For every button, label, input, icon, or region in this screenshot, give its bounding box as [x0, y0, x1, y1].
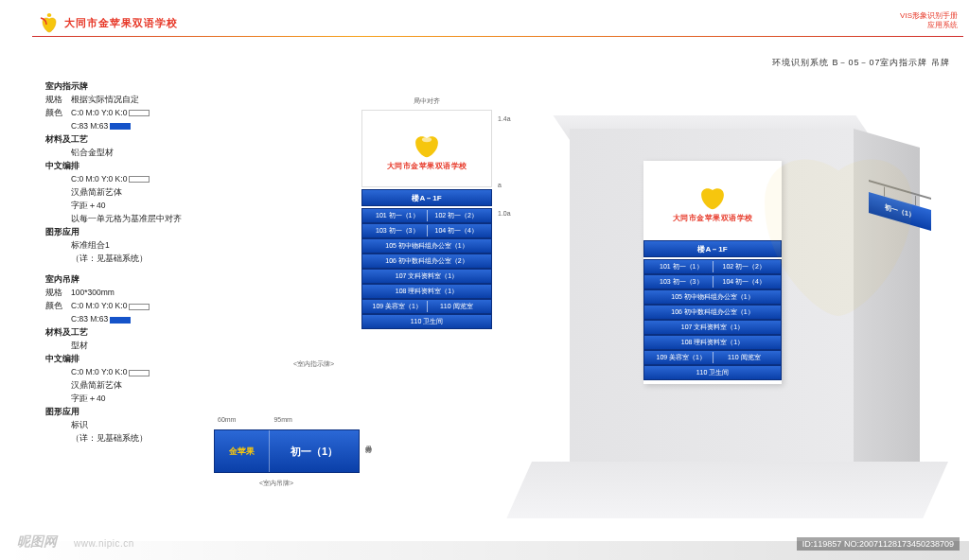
spec1-color: 颜色 C:0 M:0 Y:0 K:0	[45, 106, 263, 119]
spec1-font-name: 汉鼎简新艺体	[45, 185, 263, 199]
spec2-size: 规格 100*300mm	[45, 286, 263, 299]
indoor-hanging-plaque: 金苹果 初一（1）	[214, 429, 360, 473]
footer-url: www.nipic.cn	[74, 538, 134, 549]
manual-title-block: VIS形象识别手册 应用系统	[900, 11, 958, 31]
spec2-font-name: 汉鼎简新艺体	[45, 378, 263, 392]
spec2-font-cmyk: C:0 M:0 Y:0 K:0	[45, 365, 263, 378]
spec1-size: 规格 根据实际情况自定	[45, 93, 263, 106]
wall-sign-header: 大同市金苹果双语学校	[643, 161, 782, 240]
apple-logo-icon	[38, 11, 61, 34]
header-school-name: 大同市金苹果双语学校	[64, 16, 178, 30]
sign-logo-icon	[405, 127, 449, 159]
sign-row: 107 文科资料室（1）	[643, 320, 782, 335]
spec1-app-value: 标准组合1	[45, 238, 263, 252]
indoor-sign: 大同市金苹果双语学校 楼A－1F 101 初一（1）102 初一（2）103 初…	[361, 110, 492, 329]
spec1-title: 室内指示牌	[45, 79, 263, 93]
plaque-logo-cell: 金苹果	[215, 430, 270, 472]
wall-sign-school-name: 大同市金苹果双语学校	[673, 213, 753, 223]
spec1-font-spacing: 字距＋40	[45, 199, 263, 212]
swatch-blue-2	[110, 317, 131, 324]
spec1-align: 以每一单元格为基准层中对齐	[45, 212, 263, 225]
spec2-color2: C:83 M:63	[45, 312, 263, 325]
sign-row: 106 初中数科组办公室（2）	[361, 254, 492, 269]
spec2-title: 室内吊牌	[45, 272, 263, 286]
plaque-apple-text: 金苹果	[229, 446, 255, 458]
sign-row: 110 卫生间	[643, 365, 782, 380]
plaque-annot-below: <室内吊牌>	[259, 479, 293, 488]
sign-annot-top: 局中对齐	[361, 96, 492, 106]
spec1-app-label: 图形应用	[45, 225, 263, 238]
plaque-dim-left: 60mm	[218, 416, 236, 423]
sign-row-split: 109 美容室（1）110 阅览室	[643, 350, 782, 365]
sign-row-split: 101 初一（1）102 初一（2）	[361, 208, 492, 223]
plaque-text-cell: 初一（1）	[270, 430, 359, 472]
sign-rows: 楼A－1F 101 初一（1）102 初一（2）103 初一（3）104 初一（…	[361, 189, 492, 329]
sign-row-split: 103 初一（3）104 初一（4）	[361, 223, 492, 238]
sign-row: 108 理科资料室（1）	[361, 284, 492, 299]
header-logo-block: 大同市金苹果双语学校	[38, 11, 178, 34]
sign-row-split: 101 初一（1）102 初一（2）	[643, 259, 782, 274]
spec1-mat-value: 铝合金型材	[45, 146, 263, 159]
spec2-mat-label: 材料及工艺	[45, 325, 263, 339]
footer-id: ID:119857 NO:20071128173450238709	[797, 537, 960, 551]
swatch-blue	[110, 123, 131, 130]
sign-row: 110 卫生间	[361, 314, 492, 329]
sign-row-split: 103 初一（3）104 初一（4）	[643, 274, 782, 289]
sign-annot-right: 1.4a a 1.0a	[498, 110, 511, 223]
plaque-dim-right: 95mm	[273, 416, 291, 423]
section-title: 环境识别系统 B－05－07室内指示牌 吊牌	[772, 57, 950, 69]
plaque-dims: 60mm 95mm	[218, 416, 292, 423]
sign-row: 105 初中物科组办公室（1）	[643, 289, 782, 305]
room-render: 大同市金苹果双语学校 楼A－1F 101 初一（1）102 初一（2）103 初…	[532, 112, 948, 518]
spec1-font-cmyk: C:0 M:0 Y:0 K:0	[45, 172, 263, 185]
render-floor	[506, 462, 948, 518]
manual-line-2: 应用系统	[900, 21, 958, 30]
sign-row: 107 文科资料室（1）	[361, 269, 492, 284]
wall-mounted-sign: 大同市金苹果双语学校 楼A－1F 101 初一（1）102 初一（2）103 初…	[643, 161, 782, 384]
spec-column: 室内指示牌 规格 根据实际情况自定 颜色 C:0 M:0 Y:0 K:0 C:8…	[45, 79, 263, 445]
header-rule	[32, 36, 963, 37]
footer-brand: 昵图网	[17, 534, 57, 551]
sign-school-name: 大同市金苹果双语学校	[387, 161, 467, 171]
spec2-font-spacing: 字距＋40	[45, 392, 263, 405]
sign-row: 108 理科资料室（1）	[643, 335, 782, 350]
spec1-font-label: 中文编排	[45, 159, 263, 172]
spec1-mat-label: 材料及工艺	[45, 132, 263, 146]
sign-row: 106 初中数科组办公室（1）	[643, 305, 782, 320]
wall-sign-rows: 楼A－1F 101 初一（1）102 初一（2）103 初一（3）104 初一（…	[643, 240, 782, 384]
sign-row: 105 初中物科组办公室（1）	[361, 238, 492, 254]
wall-sign-logo-icon	[691, 179, 734, 211]
sign-row-split: 109 美容室（1）110 阅览室	[361, 299, 492, 314]
render-wall-right	[854, 129, 920, 488]
manual-line-1: VIS形象识别手册	[900, 11, 958, 21]
spec2-mat-value: 型材	[45, 339, 263, 352]
sign-floor-title: 楼A－1F	[361, 189, 492, 206]
spec1-app-ref: （详：见基础系统）	[45, 252, 263, 265]
sign-annot-left: <室内指示牌>	[293, 359, 334, 369]
spec2-color: 颜色 C:0 M:0 Y:0 K:0	[45, 299, 263, 312]
sign-header: 大同市金苹果双语学校	[361, 110, 492, 187]
spec2-font-label: 中文编排	[45, 352, 263, 365]
spec1-color2: C:83 M:63	[45, 119, 263, 132]
svg-point-0	[422, 137, 432, 142]
wall-sign-floor-title: 楼A－1F	[643, 240, 782, 257]
